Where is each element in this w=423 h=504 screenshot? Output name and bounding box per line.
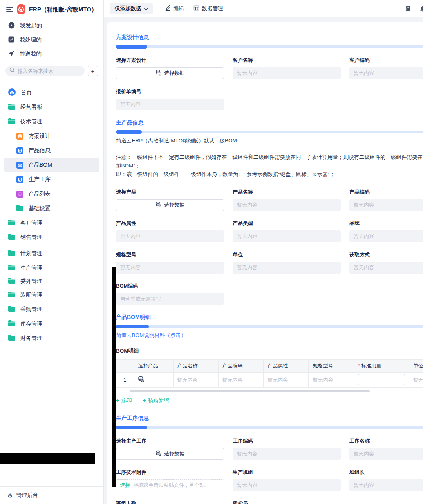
sidebar-item-home[interactable]: 首页 [4,85,99,100]
field-label: 产品类型 [233,220,341,227]
plus-icon: + [116,397,119,403]
sidebar-item-inventory-manage[interactable]: 库存管理 [4,317,99,331]
field-label: 客户名称 [233,57,341,64]
row-unit: 暂无内容 [409,372,423,387]
nav-label: 计划管理 [20,250,42,257]
field-product-name: 产品名称 暂无内容 [233,189,341,211]
upload-action-label[interactable]: 选择 [120,482,130,489]
add-app-button[interactable]: + [88,66,98,76]
select-design-data-button[interactable]: 选择数据 [116,67,224,79]
field-label: 质检员 [233,500,341,504]
nav-label: 库存管理 [20,320,42,328]
row-std-qty-cell [354,372,409,387]
sidebar-item-tech-manage[interactable]: 技术管理 [4,114,99,129]
row-product-code: 暂无内容 [218,372,263,387]
plus-icon: + [143,397,146,403]
process-code-input: 暂无内容 [233,448,341,460]
product-note-line1: 注意：一级组件下不一定有二级组件，假如存在一级组件和二级组件需要放在同一子表计算… [116,153,423,171]
field-label: 品牌 [349,220,423,227]
field-select-product: 选择产品 选择数据 [116,189,224,211]
col-unit: 单位 [409,359,423,372]
row-select-product-cell[interactable] [134,372,173,387]
col-select-product: 选择产品 [134,359,173,372]
sidebar-item-plan-design[interactable]: 方案设计 [4,129,99,143]
folder-icon [8,250,15,257]
bell-icon[interactable] [419,5,423,12]
field-label: 规格型号 [116,251,224,258]
send-plane-icon [8,50,14,58]
section-title-process: 生产工序信息 [116,415,423,422]
database-select-icon[interactable] [138,378,144,383]
sidebar-item-business-board[interactable]: 经营看板 [4,100,99,114]
sidebar-item-basic-settings[interactable]: 基础设置 [4,201,99,216]
search-input[interactable] [18,68,81,74]
home-icon [8,88,16,97]
database-select-icon [155,70,161,77]
sidebar-item-cc-me[interactable]: 抄送我的 [0,47,103,61]
sidebar-item-processed[interactable]: 我处理的 [0,33,103,47]
collapse-menu-icon[interactable] [6,7,13,12]
data-manage-label: 数据管理 [202,5,223,12]
field-label: 产品名称 [233,189,341,196]
nav-label: 基础设置 [29,205,51,212]
sidebar-item-purchase-manage[interactable]: 采购管理 [4,302,99,317]
nav-label: 装配管理 [20,292,42,299]
col-std-qty: *标准用量 [354,359,409,372]
section-progress-process [116,426,423,429]
attachment-upload[interactable]: 选择 拖拽或单击后粘贴文件，单个5... [116,479,224,491]
sidebar-item-finance-manage[interactable]: 财务管理 [4,331,99,346]
sidebar-item-product-list[interactable]: 产品列表 [4,187,99,201]
section-progress-product [116,131,423,133]
search-box[interactable] [5,66,85,76]
sidebar-item-initiated[interactable]: 我发起的 [0,19,103,33]
sidebar-item-product-bom[interactable]: 产品BOM [4,158,99,172]
paste-add-button[interactable]: +粘贴新增 [143,397,169,404]
field-select-process: 选择生产工序 选择数据 [116,437,224,460]
admin-console-label: 管理后台 [16,492,38,499]
add-row-button[interactable]: +添加 [116,397,132,404]
folder-icon [8,234,15,241]
sidebar-item-production-process[interactable]: 生产工序 [4,172,99,187]
std-qty-input[interactable] [358,374,405,385]
table-scrollbar[interactable] [130,390,370,392]
journal-icon[interactable] [405,5,411,12]
select-process-data-button[interactable]: 选择数据 [116,448,224,460]
col-index [116,359,134,372]
field-label: 报价单编号 [116,88,224,95]
data-manage-button[interactable]: 数据管理 [193,5,223,12]
field-product-code: 产品编码 暂无内容 [349,189,423,211]
bom-doc-link[interactable]: 简道云BOM说明材料（点击） [116,332,186,339]
field-label: 生产班组 [233,469,341,476]
check-square-icon [8,36,14,44]
field-label: 选择生产工序 [116,437,224,445]
admin-console-entry[interactable]: ⚙ 管理后台 [0,486,103,504]
edit-button[interactable]: 编辑 [165,5,184,12]
quote-no-input: 暂无内容 [116,99,224,110]
sidebar-item-plan-manage[interactable]: 计划管理 [4,246,99,261]
mode-dropdown[interactable]: 仅添加数据 [110,3,153,14]
process-name-input: 暂无内容 [349,448,423,460]
sidebar-item-production-manage[interactable]: 生产管理 [4,261,99,275]
topbar-right: ? L [405,4,423,14]
folder-icon [16,205,24,212]
play-circle-icon [8,22,15,30]
field-label: BOM编码 [116,283,224,290]
sidebar-item-product-info[interactable]: 产品信息 [4,143,99,158]
sidebar-item-customer-manage[interactable]: 客户管理 [4,216,99,230]
product-attr-input: 暂无内容 [116,230,224,242]
select-product-data-button[interactable]: 选择数据 [116,199,224,211]
field-attachment: 工序技术附件 选择 拖拽或单击后粘贴文件，单个5... [116,469,224,491]
app-logo [17,4,25,14]
bom-code-input: 自动生成无需填写 [116,293,224,305]
sidebar-item-assembly-manage[interactable]: 装配管理 [4,288,99,302]
sidebar-item-sales-manage[interactable]: 销售管理 [4,230,99,245]
brand-input: 暂无内容 [349,230,423,242]
field-customer-code: 客户编码 暂无内容 [349,57,423,79]
upload-hint: 拖拽或单击后粘贴文件，单个5... [133,482,206,489]
folder-icon [8,335,15,342]
folder-icon [8,306,15,313]
sidebar-item-outsource-manage[interactable]: 委外管理 [4,275,99,288]
product-code-input: 暂无内容 [349,199,423,211]
bom-table-label: BOM明细 [116,347,423,355]
search-icon [9,67,15,74]
